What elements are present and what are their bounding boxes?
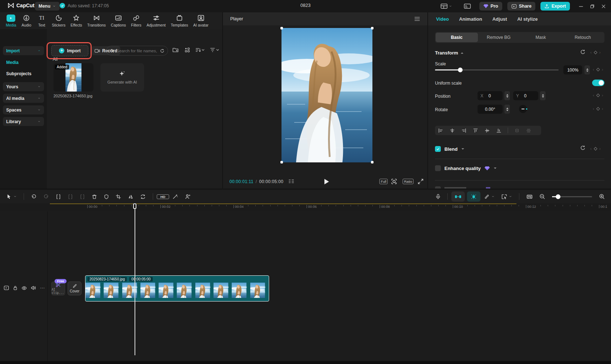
blend-label[interactable]: Blend	[444, 146, 458, 152]
menu-button[interactable]: Menu	[35, 2, 60, 11]
linked-select-button[interactable]	[498, 194, 515, 199]
sidebar-item-library[interactable]: Library	[3, 117, 44, 126]
rotate-value[interactable]: 0.00°	[478, 105, 503, 114]
tab-effects[interactable]: Effects	[68, 14, 84, 28]
position-keyframe-nav[interactable]: ‹›	[593, 93, 603, 97]
subtab-retouch[interactable]: Retouch	[562, 33, 604, 42]
tab-transitions[interactable]: Transitions	[85, 14, 108, 28]
tab-ai-stylize[interactable]: AI stylize	[517, 16, 538, 22]
close-button[interactable]	[601, 4, 606, 9]
layout-toggle-button[interactable]	[437, 3, 455, 9]
timeline-zoom-slider[interactable]	[552, 196, 592, 197]
subtab-mask[interactable]: Mask	[520, 33, 562, 42]
visibility-eye-icon[interactable]	[21, 286, 27, 290]
align-right-icon[interactable]	[461, 128, 467, 133]
collapse-arrow-icon[interactable]	[460, 52, 464, 54]
transform-section-title[interactable]: Transform	[435, 50, 458, 56]
fullscreen-icon[interactable]	[418, 178, 424, 185]
tab-adjustment[interactable]: Adjustment	[144, 14, 168, 28]
position-x-field[interactable]: X 0	[478, 91, 503, 100]
all-filter-label[interactable]: All	[53, 57, 57, 62]
enhance-quality-label[interactable]: Enhance quality	[444, 166, 481, 171]
delete-button[interactable]	[88, 194, 100, 199]
chevron-down-icon[interactable]	[461, 148, 464, 150]
tab-ai-avatar[interactable]: AI avatar	[191, 14, 211, 28]
cover-button[interactable]: Cover	[68, 282, 81, 295]
share-button[interactable]: Share	[507, 2, 536, 11]
scale-keyframe-nav[interactable]: ‹›	[593, 67, 603, 72]
mirror-button[interactable]	[124, 194, 137, 199]
playhead[interactable]	[135, 203, 135, 355]
hd-button[interactable]: HD	[157, 194, 169, 199]
scale-slider-handle[interactable]	[458, 68, 463, 72]
ratio-button[interactable]: Ratio	[403, 179, 414, 184]
rotate-stepper[interactable]	[504, 105, 510, 114]
tab-captions[interactable]: Captions	[109, 14, 128, 28]
distribute-vertical-icon[interactable]	[526, 128, 531, 133]
playhead-handle[interactable]	[133, 203, 136, 209]
sidebar-item-media[interactable]: Media	[6, 60, 19, 65]
rotate-keyframe-nav[interactable]: ‹›	[593, 106, 603, 111]
search-box[interactable]	[106, 46, 168, 56]
transform-keyframe-nav[interactable]: ‹›	[590, 50, 600, 54]
replace-button[interactable]	[137, 194, 149, 199]
search-input[interactable]	[116, 49, 158, 53]
ai-character-button[interactable]	[181, 194, 194, 199]
blend-reset-icon[interactable]	[580, 145, 586, 151]
blend-checkbox[interactable]	[435, 146, 441, 152]
scale-slider[interactable]	[435, 69, 559, 70]
tab-text[interactable]: TI Text	[35, 14, 49, 28]
tab-media[interactable]: Media	[4, 14, 19, 28]
sidebar-item-yours[interactable]: Yours	[3, 82, 44, 91]
duration-detail-icon[interactable]	[288, 179, 294, 184]
search-history-icon[interactable]	[160, 49, 164, 53]
zoom-in-button[interactable]	[596, 194, 608, 199]
tab-animation[interactable]: Animation	[459, 16, 482, 22]
crop-button[interactable]	[112, 194, 124, 199]
scale-stepper[interactable]	[584, 65, 590, 74]
add-folder-icon[interactable]	[172, 47, 179, 53]
position-y-stepper[interactable]	[540, 91, 546, 100]
tab-video[interactable]: Video	[436, 16, 449, 22]
subtab-basic[interactable]: Basic	[436, 33, 478, 42]
tab-filters[interactable]: Filters	[129, 14, 144, 28]
align-top-icon[interactable]	[473, 128, 478, 133]
rotate-dial[interactable]	[519, 105, 527, 113]
link-clips-button[interactable]	[480, 194, 498, 199]
delete-left-button[interactable]	[64, 194, 76, 199]
timeline-clip[interactable]: 20250823-174650.jpg 00:00:05:00	[85, 275, 269, 302]
chevron-down-icon[interactable]	[494, 167, 497, 169]
uniform-scale-toggle[interactable]	[592, 80, 604, 86]
zoom-out-button[interactable]	[536, 194, 548, 199]
timeline-preview-button[interactable]	[523, 194, 536, 199]
distribute-horizontal-icon[interactable]	[514, 128, 520, 133]
selection-handle[interactable]	[371, 161, 374, 163]
undo-button[interactable]	[28, 194, 40, 199]
sort-icon[interactable]	[195, 47, 205, 53]
align-middle-icon[interactable]	[484, 128, 490, 133]
timeline-ruler[interactable]: 00:0000:0200:0400:0600:0800:1000:1200:1	[0, 203, 611, 211]
maximize-button[interactable]	[590, 4, 595, 9]
align-center-horizontal-icon[interactable]	[450, 128, 455, 133]
selection-handle[interactable]	[280, 161, 283, 163]
select-tool-button[interactable]	[3, 194, 20, 199]
grid-view-icon[interactable]	[184, 47, 190, 53]
tab-templates[interactable]: Templates	[168, 14, 190, 28]
mute-speaker-icon[interactable]	[31, 286, 36, 290]
mark-button[interactable]	[100, 194, 112, 199]
tab-adjust[interactable]: Adjust	[492, 16, 507, 22]
blend-keyframe-nav[interactable]: ‹›	[590, 146, 600, 151]
timeline-zoom-handle[interactable]	[556, 194, 560, 199]
sidebar-item-subprojects[interactable]: Subprojects	[6, 71, 31, 76]
preview-zoom-icon[interactable]	[391, 178, 397, 185]
export-button[interactable]: Export	[540, 2, 570, 11]
tab-stickers[interactable]: Stickers	[50, 14, 68, 28]
preview-axis-toggle[interactable]	[467, 191, 480, 202]
position-y-field[interactable]: Y 0	[513, 91, 538, 100]
generate-with-ai-card[interactable]: Generate with AI	[100, 63, 144, 92]
auto-attract-toggle[interactable]	[451, 191, 465, 202]
selection-handle[interactable]	[280, 27, 283, 29]
track-more-icon[interactable]: ⋯	[40, 285, 45, 291]
position-x-stepper[interactable]	[504, 91, 510, 100]
tab-audio[interactable]: Audio	[19, 14, 34, 28]
